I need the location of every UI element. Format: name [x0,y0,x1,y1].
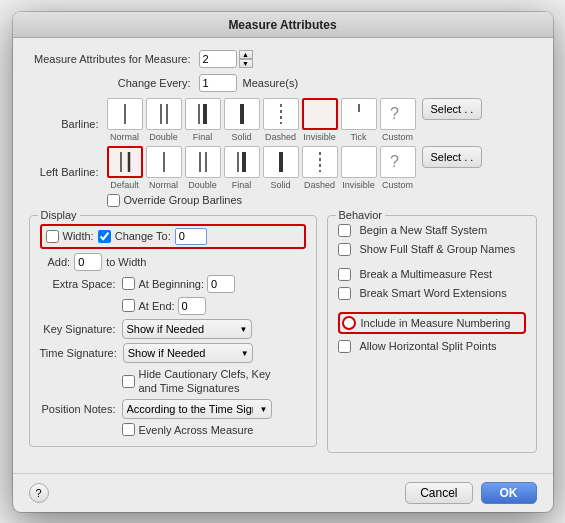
allow-horizontal-label: Allow Horizontal Split Points [360,340,497,352]
begin-new-staff-checkbox[interactable] [338,224,351,237]
display-title: Display [38,209,80,221]
barline-tick[interactable]: Tick [341,98,377,142]
left-barline-final[interactable]: Final [224,146,260,190]
behavior-title: Behavior [336,209,385,221]
show-full-staff-checkbox[interactable] [338,243,351,256]
measure-value-input[interactable] [199,50,237,68]
begin-new-staff-item: Begin a New Staff System [338,224,526,237]
barline-label: Barline: [29,98,107,130]
width-checkbox[interactable] [46,230,59,243]
allow-horizontal-checkbox[interactable] [338,340,351,353]
dialog-title: Measure Attributes [13,12,553,38]
break-multimeasure-item: Break a Multimeasure Rest [338,268,526,281]
measures-label: Measure(s) [243,77,299,89]
measure-spinner: ▲ ▼ [239,50,253,68]
extra-space-row: Extra Space: At Beginning: [40,275,306,293]
override-row: Override Group Barlines [107,194,537,207]
change-every-row: Change Every: Measure(s) [29,74,537,92]
barline-dashed[interactable]: Dashed [263,98,299,142]
left-barline-options: Default Normal Double Final [107,146,416,190]
at-beginning-checkbox[interactable] [122,277,135,290]
width-row: Width: Change To: [40,224,306,249]
left-barline-select-button[interactable]: Select . . [422,146,483,168]
measure-for-label: Measure Attributes for Measure: [29,53,199,65]
behavior-section: Behavior Begin a New Staff System Show F… [327,215,537,454]
change-every-label: Change Every: [29,77,199,89]
change-to-checkbox-label[interactable]: Change To: [98,230,171,243]
left-barline-dashed[interactable]: Dashed [302,146,338,190]
key-sig-select-wrap: Show if Needed Always Show Never Show ▼ [122,319,252,339]
key-sig-row: Key Signature: Show if Needed Always Sho… [40,319,306,339]
hide-cautionary-row: Hide Cautionary Clefs, Key and Time Sign… [122,367,306,396]
position-notes-select[interactable]: According to the Time Signature Evenly [122,399,272,419]
override-label[interactable]: Override Group Barlines [107,194,243,207]
left-barline-label: Left Barline: [29,146,107,178]
add-row: Add: to Width [48,253,306,271]
add-input[interactable] [74,253,102,271]
ok-button[interactable]: OK [481,482,537,504]
at-beginning-label[interactable]: At Beginning: [122,277,204,290]
barline-double[interactable]: Double [146,98,182,142]
svg-text:?: ? [390,105,399,122]
left-barline-default[interactable]: Default [107,146,143,190]
barline-row: Barline: Normal Double Final [29,98,537,142]
break-multimeasure-label: Break a Multimeasure Rest [360,268,493,280]
measure-decrement[interactable]: ▼ [239,59,253,68]
barline-options: Normal Double Final Solid [107,98,416,142]
left-barline-normal[interactable]: Normal [146,146,182,190]
svg-rect-5 [240,104,244,124]
left-barline-invisible[interactable]: Invisible [341,146,377,190]
display-box: Display Width: Change To: [29,215,317,448]
footer: ? Cancel OK [13,473,553,512]
barline-select-button[interactable]: Select . . [422,98,483,120]
time-sig-select[interactable]: Show if Needed Always Show Never Show [123,343,253,363]
barline-invisible[interactable]: Invisible [302,98,338,142]
override-checkbox[interactable] [107,194,120,207]
svg-rect-15 [242,152,246,172]
left-barline-double[interactable]: Double [185,146,221,190]
left-barline-solid[interactable]: Solid [263,146,299,190]
barline-solid[interactable]: Solid [224,98,260,142]
display-section: Display Width: Change To: [29,215,317,454]
help-button[interactable]: ? [29,483,49,503]
change-every-input[interactable] [199,74,237,92]
cancel-button[interactable]: Cancel [405,482,472,504]
change-to-checkbox[interactable] [98,230,111,243]
include-numbering-radio[interactable] [342,316,356,330]
break-smart-word-checkbox[interactable] [338,287,351,300]
position-notes-select-wrap: According to the Time Signature Evenly ▼ [122,399,272,419]
show-full-staff-item: Show Full Staff & Group Names [338,243,526,256]
at-end-input[interactable] [178,297,206,315]
svg-rect-16 [279,152,283,172]
barline-normal[interactable]: Normal [107,98,143,142]
measure-for-row: Measure Attributes for Measure: ▲ ▼ [29,50,537,68]
time-sig-select-wrap: Show if Needed Always Show Never Show ▼ [123,343,253,363]
time-sig-row: Time Signature: Show if Needed Always Sh… [40,343,306,363]
begin-new-staff-label: Begin a New Staff System [360,224,488,236]
barline-final[interactable]: Final [185,98,221,142]
svg-rect-4 [203,104,207,124]
key-sig-select[interactable]: Show if Needed Always Show Never Show [122,319,252,339]
svg-text:?: ? [390,153,399,170]
width-checkbox-label[interactable]: Width: [46,230,94,243]
include-numbering-label: Include in Measure Numbering [361,317,511,329]
evenly-checkbox[interactable] [122,423,135,436]
barline-custom[interactable]: ? Custom [380,98,416,142]
at-beginning-input[interactable] [207,275,235,293]
at-end-label[interactable]: At End: [122,299,175,312]
measure-increment[interactable]: ▲ [239,50,253,59]
at-end-checkbox[interactable] [122,299,135,312]
hide-cautionary-label[interactable]: Hide Cautionary Clefs, Key and Time Sign… [122,367,282,396]
break-multimeasure-checkbox[interactable] [338,268,351,281]
behavior-box: Behavior Begin a New Staff System Show F… [327,215,537,454]
break-smart-word-item: Break Smart Word Extensions [338,287,526,300]
left-barline-row: Left Barline: Default Normal Double [29,146,537,190]
change-to-input[interactable] [175,228,207,245]
show-full-staff-label: Show Full Staff & Group Names [360,243,516,255]
at-end-row: At End: [122,297,306,315]
left-barline-custom[interactable]: ? Custom [380,146,416,190]
to-width-label: to Width [106,256,146,268]
hide-cautionary-checkbox[interactable] [122,375,135,388]
key-sig-label: Key Signature: [40,323,122,335]
evenly-label[interactable]: Evenly Across Measure [122,423,254,436]
